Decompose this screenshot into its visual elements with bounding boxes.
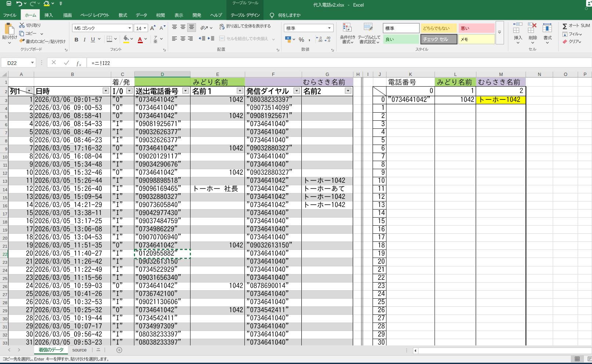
svg-text:33: 33 — [3, 341, 7, 345]
svg-text:L: L — [454, 72, 457, 77]
svg-text:I: I — [367, 72, 368, 77]
svg-text:5: 5 — [5, 114, 7, 119]
svg-text:2: 2 — [5, 89, 7, 94]
svg-text:A: A — [160, 25, 163, 31]
svg-text:D22: D22 — [7, 61, 17, 66]
svg-text:18: 18 — [3, 219, 7, 224]
svg-text:21: 21 — [3, 244, 7, 248]
svg-text:x: x — [79, 63, 81, 67]
svg-text:E: E — [216, 72, 219, 77]
svg-text:22: 22 — [3, 252, 7, 256]
svg-text:24: 24 — [3, 268, 7, 273]
svg-text:13: 13 — [3, 179, 7, 183]
svg-text:32: 32 — [3, 332, 7, 337]
svg-text:12: 12 — [3, 171, 7, 175]
svg-text:7: 7 — [5, 130, 7, 135]
svg-text:,: , — [309, 35, 310, 42]
svg-text:27: 27 — [3, 292, 7, 297]
svg-text:source: source — [72, 347, 87, 353]
svg-text:F: F — [272, 72, 275, 77]
svg-text:B: B — [75, 37, 78, 43]
svg-text:10: 10 — [3, 154, 7, 159]
svg-text:O: O — [564, 72, 567, 77]
svg-text:A: A — [20, 72, 23, 77]
svg-text:D: D — [161, 72, 164, 77]
svg-text:8: 8 — [5, 138, 7, 143]
svg-text:14: 14 — [136, 26, 141, 31]
svg-text:11: 11 — [3, 163, 7, 167]
svg-text:9: 9 — [5, 146, 7, 151]
svg-text:A: A — [150, 25, 154, 31]
svg-text:≠: ≠ — [348, 27, 350, 32]
svg-text:6: 6 — [5, 122, 7, 127]
svg-text:N: N — [538, 72, 541, 77]
svg-text:C: C — [121, 72, 124, 77]
svg-text:20: 20 — [3, 236, 7, 240]
svg-text:15: 15 — [3, 195, 7, 200]
svg-text:29: 29 — [3, 308, 7, 313]
svg-text:P: P — [584, 72, 586, 77]
svg-text:19: 19 — [3, 228, 7, 232]
svg-text:c: c — [219, 26, 221, 30]
svg-text:K: K — [409, 72, 412, 77]
svg-text:%: % — [299, 36, 304, 43]
svg-text:28: 28 — [3, 300, 7, 305]
svg-text:B: B — [71, 72, 74, 77]
svg-text:14: 14 — [3, 187, 7, 192]
svg-text:31: 31 — [3, 324, 7, 329]
svg-text:A: A — [138, 36, 142, 42]
svg-text:17: 17 — [3, 211, 7, 216]
svg-text:G: G — [326, 72, 329, 77]
svg-text:4: 4 — [5, 106, 8, 111]
svg-text:30: 30 — [3, 316, 7, 321]
svg-text:M: M — [499, 72, 503, 77]
svg-text:25: 25 — [3, 276, 7, 281]
svg-text:16: 16 — [3, 203, 7, 208]
svg-text:.0: .0 — [327, 39, 330, 43]
svg-text:3: 3 — [5, 98, 7, 103]
svg-text:1: 1 — [5, 80, 7, 84]
svg-text:H: H — [356, 72, 360, 77]
svg-text:23: 23 — [3, 260, 7, 265]
svg-text:U: U — [91, 36, 95, 42]
svg-text:J: J — [378, 72, 381, 77]
svg-text:.00: .00 — [318, 39, 322, 43]
svg-text:26: 26 — [3, 284, 7, 289]
